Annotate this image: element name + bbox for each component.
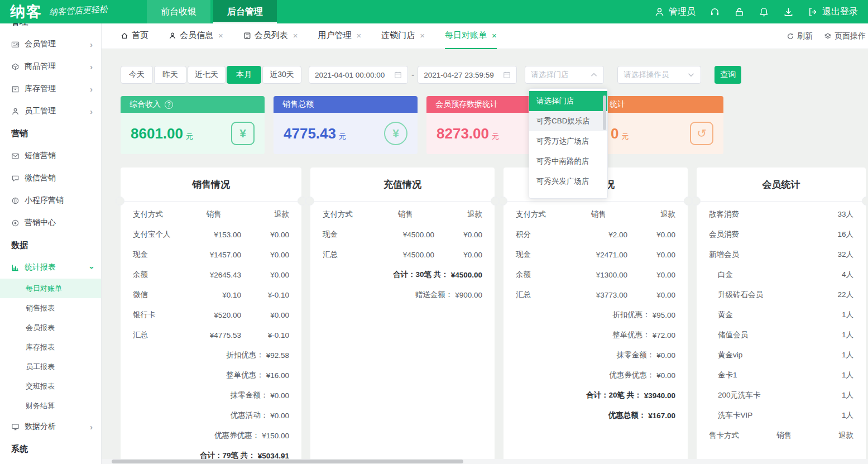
sidebar-item-staff-mgmt[interactable]: 员工管理 › — [0, 100, 101, 122]
sidebar-item-miniprogram-marketing[interactable]: 小程序营销 — [0, 189, 101, 212]
sidebar-item-wechat-marketing[interactable]: 微信营销 — [0, 167, 101, 189]
tab-user-mgmt[interactable]: 用户管理 × — [318, 23, 362, 49]
sidebar-item-label: 库存管理 — [25, 84, 56, 94]
nav-backend-admin[interactable]: 后台管理 — [213, 0, 277, 23]
sidebar-item-daily-reconciliation[interactable]: 每日对账单 — [0, 279, 101, 298]
tab-chain-stores[interactable]: 连锁门店 × — [381, 23, 425, 49]
admin-user-label: 管理员 — [669, 6, 696, 18]
divider — [121, 201, 301, 202]
table-row: 银行卡 ¥520.00 ¥0.00 — [133, 305, 289, 325]
logo-slogan: 纳客管店更轻松 — [49, 4, 108, 17]
col-header: 退款 — [434, 209, 482, 219]
dropdown-option-store[interactable]: 可秀CBD娱乐店 — [529, 111, 607, 131]
chevron-right-icon: › — [90, 85, 93, 93]
quick-this-month-button[interactable]: 本月 — [227, 66, 261, 84]
user-icon — [654, 7, 665, 17]
panel-counting: 计次情况 支付方式 销售 退款 积分 ¥2.0 — [503, 168, 688, 464]
tab-member-info[interactable]: 会员信息 × — [169, 23, 223, 49]
scrollbar-thumb[interactable] — [112, 460, 463, 463]
table-row: 微信 ¥0.10 ¥-0.10 — [133, 285, 289, 305]
card-title: 统计 — [610, 99, 625, 109]
table-row: 余额 ¥1300.00 ¥0.00 — [516, 265, 675, 285]
sidebar-item-staff-report[interactable]: 员工报表 — [0, 357, 101, 376]
close-icon[interactable]: × — [492, 31, 497, 40]
dropdown-option-store[interactable]: 可秀中南路的店 — [529, 151, 607, 171]
sidebar-item-member-report[interactable]: 会员报表 — [0, 318, 101, 337]
horizontal-scrollbar[interactable] — [102, 459, 868, 464]
notch-right — [862, 197, 868, 205]
tab-daily-reconciliation[interactable]: 每日对账单 × — [445, 23, 497, 49]
quick-range-group: 今天 昨天 近七天 本月 近30天 — [121, 66, 301, 84]
sidebar-item-member-mgmt[interactable]: 会员管理 › — [0, 33, 101, 55]
calendar-icon — [394, 71, 402, 79]
close-icon[interactable]: × — [420, 31, 425, 40]
close-icon[interactable]: × — [218, 31, 223, 40]
help-icon[interactable]: ? — [165, 101, 173, 109]
download-button[interactable] — [783, 7, 794, 17]
operator-select[interactable]: 请选择操作员 — [617, 66, 701, 84]
store-dropdown: 请选择门店 可秀CBD娱乐店 可秀万达广场店 可秀中南路的店 可秀兴发广场店 — [529, 88, 608, 199]
sidebar-item-goods-mgmt[interactable]: 商品管理 › — [0, 55, 101, 78]
support-button[interactable] — [709, 7, 720, 17]
search-button[interactable]: 查询 — [714, 66, 741, 84]
summary-row: 赠送金额： ¥900.00 — [323, 285, 482, 305]
notifications-button[interactable] — [759, 7, 769, 17]
dropdown-scrollbar[interactable] — [603, 95, 606, 130]
sidebar-item-stock-mgmt[interactable]: 库存管理 › — [0, 78, 101, 100]
sidebar-item-marketing-center[interactable]: 营销中心 — [0, 212, 101, 234]
chevron-right-icon: › — [90, 63, 93, 71]
mail-icon — [11, 152, 20, 160]
end-date-input[interactable]: 2021-04-27 23:59:59 — [418, 66, 517, 84]
sidebar-section-marketing: 营销 — [0, 122, 101, 145]
clipboard-yen-icon: ¥ — [231, 122, 255, 145]
lock-button[interactable] — [734, 7, 745, 17]
table-row: 汇总 ¥4500.00 ¥0.00 — [323, 245, 482, 265]
close-icon[interactable]: × — [357, 31, 362, 40]
dropdown-option-placeholder[interactable]: 请选择门店 — [529, 91, 607, 111]
close-icon[interactable]: × — [293, 31, 298, 40]
sidebar-item-stock-report[interactable]: 库存报表 — [0, 337, 101, 357]
target-icon — [11, 219, 20, 227]
notch-left — [498, 197, 507, 205]
card-value: 8601.00 — [131, 125, 183, 142]
refresh-button[interactable]: 刷新 — [787, 31, 813, 41]
sidebar-item-shift-report[interactable]: 交班报表 — [0, 376, 101, 396]
table-row: 积分 ¥2.00 ¥0.00 — [516, 224, 675, 245]
quick-last7days-button[interactable]: 近七天 — [188, 66, 226, 84]
table-row: 现金 ¥1457.00 ¥0.00 — [133, 245, 289, 265]
divider — [310, 201, 495, 202]
sidebar-item-sms-marketing[interactable]: 短信营销 — [0, 145, 101, 167]
sidebar-item-sales-report[interactable]: 销售报表 — [0, 298, 101, 318]
sidebar-item-report-stats[interactable]: 统计报表 › — [0, 256, 101, 279]
top-nav: 前台收银 后台管理 — [147, 0, 277, 23]
dropdown-option-store[interactable]: 可秀兴发广场店 — [529, 171, 607, 192]
download-icon — [783, 7, 794, 17]
sidebar-item-finance-settlement[interactable]: 财务结算 — [0, 396, 101, 415]
tab-member-list[interactable]: 会员列表 × — [243, 23, 298, 49]
card-body: 8601.00 元 ¥ — [121, 113, 265, 154]
nav-front-cashier[interactable]: 前台收银 — [147, 0, 210, 23]
sidebar-item-data-analysis[interactable]: 数据分析 › — [0, 415, 101, 438]
admin-user[interactable]: 管理员 — [654, 6, 696, 18]
panel-sales: 销售情况 支付方式 销售 退款 支付宝个人 ¥ — [121, 168, 301, 464]
logout-button[interactable]: 退出登录 — [808, 6, 858, 18]
start-date-input[interactable]: 2021-04-01 00:00:00 — [309, 66, 408, 84]
tab-home[interactable]: 首页 — [121, 23, 148, 49]
dropdown-option-store[interactable]: 可秀万达广场店 — [529, 131, 607, 151]
quick-last30days-button[interactable]: 近30天 — [262, 66, 301, 84]
quick-today-button[interactable]: 今天 — [121, 66, 153, 84]
end-date-value: 2021-04-27 23:59:59 — [424, 71, 493, 79]
stat-row: 散客消费 33人 — [709, 204, 853, 224]
start-date-value: 2021-04-01 00:00:00 — [315, 71, 385, 79]
tab-label: 会员列表 — [255, 30, 288, 41]
bell-icon — [759, 7, 769, 17]
sidebar-item-label: 员工管理 — [25, 106, 56, 116]
store-select[interactable]: 请选择门店 — [525, 66, 604, 84]
monitor-icon — [11, 423, 20, 431]
quick-yesterday-button[interactable]: 昨天 — [154, 66, 186, 84]
card-body: 4775.43 元 ¥ — [274, 113, 418, 154]
notch-left — [692, 197, 701, 205]
col-header: 销售 — [763, 430, 805, 441]
page-operations-button[interactable]: 页面操作 — [824, 31, 866, 41]
stock-archive-icon — [11, 85, 20, 93]
